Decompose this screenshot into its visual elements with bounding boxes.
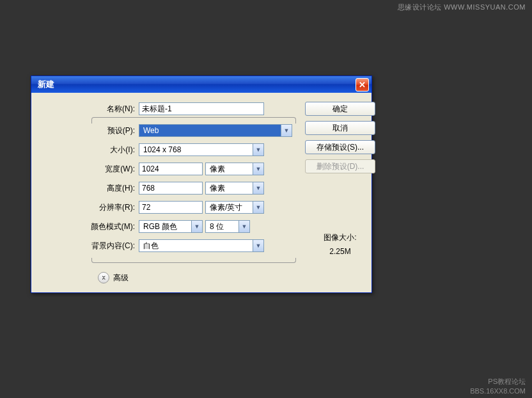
fieldset-top-border xyxy=(91,117,296,123)
watermark-bottom-line1: PS教程论坛 xyxy=(470,377,526,386)
save-preset-button[interactable]: 存储预设(S)... xyxy=(305,140,375,154)
close-button[interactable]: ✕ xyxy=(356,78,369,92)
colormode-label: 颜色模式(M): xyxy=(43,221,139,232)
advanced-label: 高级 xyxy=(113,273,129,283)
bitdepth-value: 8 位 xyxy=(206,221,239,232)
preset-dropdown[interactable]: Web ▼ xyxy=(139,124,292,137)
chevron-down-icon: ▼ xyxy=(281,125,292,136)
size-label: 大小(I): xyxy=(43,145,139,155)
watermark-top: 思缘设计论坛 WWW.MISSYUAN.COM xyxy=(398,3,526,12)
width-unit-dropdown[interactable]: 像素 ▼ xyxy=(205,163,264,175)
image-size-label: 图像大小: xyxy=(305,231,375,245)
image-size-value: 2.25M xyxy=(305,245,375,259)
buttons-pane: 确定 取消 存储预设(S)... 删除预设(D)... 图像大小: 2.25M xyxy=(305,102,375,283)
ok-button[interactable]: 确定 xyxy=(305,102,375,116)
height-unit-dropdown[interactable]: 像素 ▼ xyxy=(205,182,264,195)
chevron-down-icon: ▼ xyxy=(253,182,263,194)
name-label: 名称(N): xyxy=(43,104,139,115)
size-dropdown[interactable]: 1024 x 768 ▼ xyxy=(139,143,264,156)
form-pane: 名称(N): 预设(P): Web ▼ 大小(I): 1024 x 768 ▼ xyxy=(43,102,296,283)
image-size-info: 图像大小: 2.25M xyxy=(305,231,375,259)
background-label: 背景内容(C): xyxy=(43,241,139,251)
bitdepth-dropdown[interactable]: 8 位 ▼ xyxy=(205,220,250,233)
height-input[interactable] xyxy=(139,182,203,195)
titlebar[interactable]: 新建 ✕ xyxy=(31,76,372,93)
expand-toggle-icon[interactable]: ›‹ xyxy=(98,272,109,283)
delete-preset-button: 删除预设(D)... xyxy=(305,159,375,173)
cancel-button[interactable]: 取消 xyxy=(305,121,375,135)
close-icon: ✕ xyxy=(359,80,366,90)
fieldset-bottom-border xyxy=(91,258,296,263)
preset-label: 预设(P): xyxy=(43,125,139,136)
chevron-down-icon: ▼ xyxy=(191,221,202,232)
chevron-down-icon: ▼ xyxy=(253,163,263,175)
resolution-input[interactable] xyxy=(139,201,203,214)
height-label: 高度(H): xyxy=(43,183,139,194)
resolution-label: 分辨率(R): xyxy=(43,202,139,213)
new-document-dialog: 新建 ✕ 名称(N): 预设(P): Web ▼ 大小(I): 1024 xyxy=(31,76,372,293)
dialog-title: 新建 xyxy=(38,79,356,90)
chevron-down-icon: ▼ xyxy=(253,144,263,155)
background-value: 白色 xyxy=(139,241,253,251)
dialog-body: 名称(N): 预设(P): Web ▼ 大小(I): 1024 x 768 ▼ xyxy=(31,93,372,292)
width-input[interactable] xyxy=(139,163,203,175)
size-value: 1024 x 768 xyxy=(139,145,253,154)
watermark-bottom-line2: BBS.16XX8.COM xyxy=(470,386,526,395)
chevron-down-icon: ▼ xyxy=(239,221,249,232)
resolution-unit-dropdown[interactable]: 像素/英寸 ▼ xyxy=(205,201,264,214)
colormode-dropdown[interactable]: RGB 颜色 ▼ xyxy=(139,220,203,233)
resolution-unit-value: 像素/英寸 xyxy=(206,202,253,213)
watermark-bottom: PS教程论坛 BBS.16XX8.COM xyxy=(470,377,526,395)
width-label: 宽度(W): xyxy=(43,164,139,175)
background-dropdown[interactable]: 白色 ▼ xyxy=(139,239,264,252)
preset-value: Web xyxy=(139,126,281,135)
chevron-down-icon: ▼ xyxy=(253,202,263,213)
chevron-down-icon: ▼ xyxy=(253,240,263,251)
colormode-value: RGB 颜色 xyxy=(139,221,191,232)
advanced-section[interactable]: ›‹ 高级 xyxy=(98,272,296,283)
width-unit-value: 像素 xyxy=(206,164,253,175)
name-input[interactable] xyxy=(139,102,264,115)
height-unit-value: 像素 xyxy=(206,183,253,194)
